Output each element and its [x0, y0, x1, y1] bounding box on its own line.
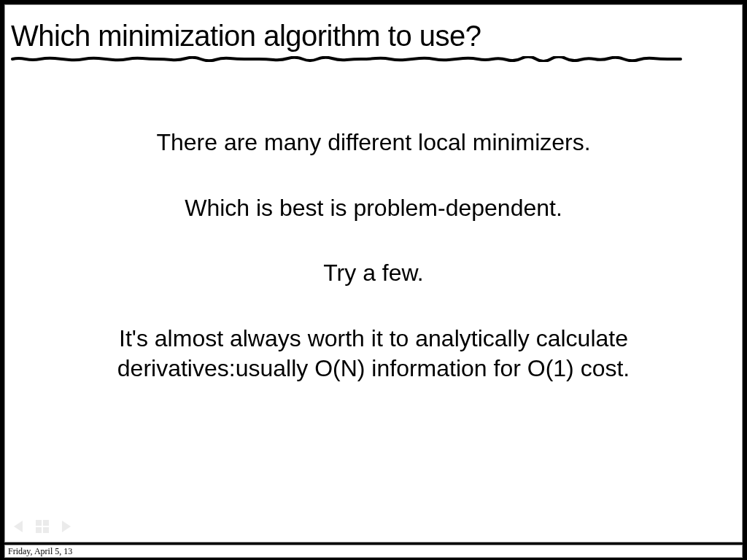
footer-bar: Friday, April 5, 13: [4, 545, 743, 558]
nav-controls-ghost: [14, 520, 71, 533]
footer-date: Friday, April 5, 13: [8, 546, 72, 557]
body-line-1: There are many different local minimizer…: [42, 128, 705, 158]
grid-icon: [36, 520, 49, 533]
body-line-3: Try a few.: [42, 258, 705, 289]
slide-body: There are many different local minimizer…: [5, 128, 742, 384]
title-underline: [11, 56, 682, 62]
title-region: Which minimization algorithm to use?: [5, 5, 742, 62]
body-line-2: Which is best is problem-dependent.: [42, 193, 705, 224]
slide-frame: Which minimization algorithm to use? The…: [4, 4, 743, 542]
next-arrow-icon: [62, 521, 71, 532]
body-line-4: It's almost always worth it to analytica…: [42, 324, 705, 384]
slide-title: Which minimization algorithm to use?: [11, 20, 736, 52]
prev-arrow-icon: [14, 521, 23, 532]
slide-content-area: Which minimization algorithm to use? The…: [5, 5, 742, 542]
